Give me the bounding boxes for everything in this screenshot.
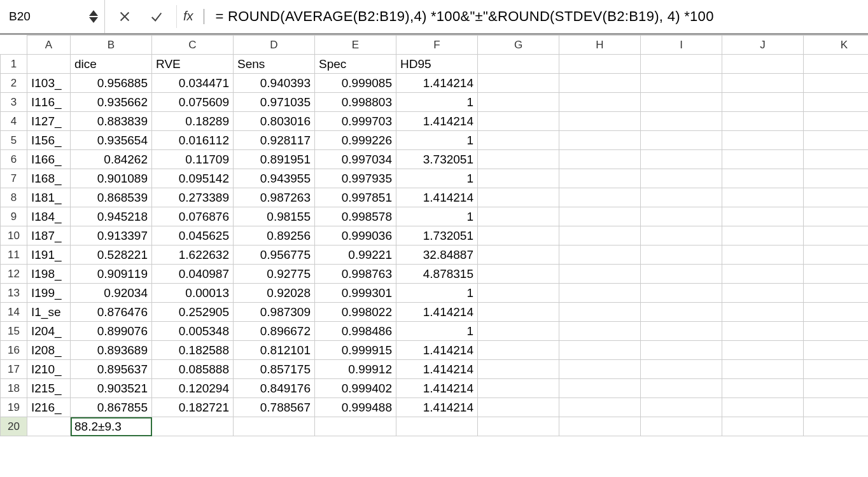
cell[interactable]: 3.732051: [396, 150, 478, 169]
cell[interactable]: [315, 417, 396, 436]
cell[interactable]: 0.956775: [234, 245, 315, 265]
cell[interactable]: [559, 188, 641, 207]
cell[interactable]: [722, 379, 804, 398]
cell[interactable]: [559, 322, 641, 341]
cell[interactable]: [641, 265, 722, 284]
cell[interactable]: 0.182588: [152, 341, 234, 360]
cell[interactable]: 0.034471: [152, 74, 234, 93]
row-header[interactable]: 15: [1, 322, 27, 341]
cell[interactable]: [804, 112, 869, 131]
cell[interactable]: 0.901089: [71, 169, 152, 188]
cell[interactable]: [641, 303, 722, 322]
cell[interactable]: 0.945218: [71, 207, 152, 226]
cell[interactable]: [804, 417, 869, 436]
cell[interactable]: 1: [396, 169, 478, 188]
cell[interactable]: [559, 341, 641, 360]
cell[interactable]: [478, 284, 559, 303]
cell[interactable]: 0.997851: [315, 188, 396, 207]
cell[interactable]: [478, 55, 559, 74]
cell[interactable]: [478, 207, 559, 226]
row-header[interactable]: 7: [1, 169, 27, 188]
cancel-button[interactable]: [109, 0, 141, 33]
cell[interactable]: [641, 131, 722, 150]
cell[interactable]: 0.868539: [71, 188, 152, 207]
cell[interactable]: [722, 303, 804, 322]
cell[interactable]: 1.414214: [396, 341, 478, 360]
cell[interactable]: 0.849176: [234, 379, 315, 398]
cell[interactable]: [722, 150, 804, 169]
row-header[interactable]: 11: [1, 245, 27, 265]
row-header[interactable]: 14: [1, 303, 27, 322]
cell[interactable]: [641, 74, 722, 93]
cell[interactable]: [804, 303, 869, 322]
cell[interactable]: 0.999402: [315, 379, 396, 398]
cell[interactable]: 1.732051: [396, 226, 478, 245]
cell[interactable]: [559, 150, 641, 169]
cell[interactable]: [559, 74, 641, 93]
cell[interactable]: I103_: [27, 74, 71, 93]
cell[interactable]: 4.878315: [396, 265, 478, 284]
cell[interactable]: 0.987309: [234, 303, 315, 322]
cell[interactable]: 0.045625: [152, 226, 234, 245]
cell[interactable]: I191_: [27, 245, 71, 265]
cell[interactable]: [641, 207, 722, 226]
cell[interactable]: [27, 55, 71, 74]
cell[interactable]: [559, 112, 641, 131]
cell[interactable]: [722, 131, 804, 150]
cell[interactable]: 0.999085: [315, 74, 396, 93]
cell[interactable]: 0.89256: [234, 226, 315, 245]
cell[interactable]: 0.997935: [315, 169, 396, 188]
cell[interactable]: [559, 226, 641, 245]
cell[interactable]: [641, 150, 722, 169]
cell[interactable]: [559, 303, 641, 322]
select-all-corner[interactable]: [1, 36, 27, 55]
col-header-C[interactable]: C: [152, 36, 234, 55]
cell[interactable]: [478, 245, 559, 265]
cell[interactable]: 1: [396, 93, 478, 112]
cell[interactable]: [559, 360, 641, 379]
cell[interactable]: [478, 322, 559, 341]
cell[interactable]: 0.935654: [71, 131, 152, 150]
cell[interactable]: [641, 226, 722, 245]
cell[interactable]: [804, 188, 869, 207]
cell[interactable]: 0.788567: [234, 398, 315, 417]
cell[interactable]: [559, 284, 641, 303]
cell[interactable]: I210_: [27, 360, 71, 379]
spreadsheet-grid[interactable]: A B C D E F G H I J K 1diceRVESensSpecHD…: [0, 34, 868, 436]
cell[interactable]: 0.935662: [71, 93, 152, 112]
cell[interactable]: [641, 341, 722, 360]
col-header-F[interactable]: F: [396, 36, 478, 55]
cell[interactable]: [804, 150, 869, 169]
cell[interactable]: I204_: [27, 322, 71, 341]
cell[interactable]: [722, 398, 804, 417]
cell[interactable]: 1: [396, 322, 478, 341]
cell[interactable]: [804, 55, 869, 74]
cell[interactable]: [559, 169, 641, 188]
cell[interactable]: [641, 55, 722, 74]
cell[interactable]: [804, 169, 869, 188]
cell[interactable]: 1: [396, 207, 478, 226]
cell[interactable]: 0.940393: [234, 74, 315, 93]
cell[interactable]: 0.076876: [152, 207, 234, 226]
cell[interactable]: [478, 398, 559, 417]
cell[interactable]: [559, 265, 641, 284]
cell[interactable]: 1.414214: [396, 112, 478, 131]
cell[interactable]: I187_: [27, 226, 71, 245]
col-header-B[interactable]: B: [71, 36, 152, 55]
cell[interactable]: [722, 55, 804, 74]
cell[interactable]: [478, 360, 559, 379]
row-header[interactable]: 10: [1, 226, 27, 245]
cell[interactable]: 0.273389: [152, 188, 234, 207]
cell[interactable]: 32.84887: [396, 245, 478, 265]
cell[interactable]: 0.998803: [315, 93, 396, 112]
cell[interactable]: 1.622632: [152, 245, 234, 265]
cell[interactable]: [804, 322, 869, 341]
col-header-A[interactable]: A: [27, 36, 71, 55]
cell[interactable]: 0.98155: [234, 207, 315, 226]
cell[interactable]: [641, 360, 722, 379]
cell[interactable]: [722, 93, 804, 112]
cell[interactable]: [804, 226, 869, 245]
cell[interactable]: 0.016112: [152, 131, 234, 150]
cell[interactable]: I127_: [27, 112, 71, 131]
cell[interactable]: 0.998022: [315, 303, 396, 322]
